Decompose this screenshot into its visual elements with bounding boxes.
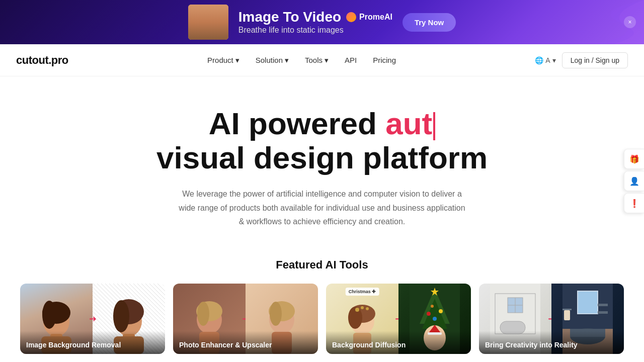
- ad-cta-button[interactable]: Try Now: [403, 13, 456, 32]
- chevron-down-icon: ▾: [552, 56, 556, 64]
- featured-section: Featured AI Tools ➜: [0, 248, 644, 362]
- alert-button[interactable]: ❗: [624, 193, 644, 213]
- side-buttons: 🎁 👤 ❗: [624, 149, 644, 213]
- ad-title-text: Image To Video: [238, 10, 341, 25]
- promeai-icon: [346, 12, 356, 22]
- tool-card-bg-removal[interactable]: ➜ Image Background Removal: [20, 284, 165, 354]
- ad-subtitle: Breathe life into static images: [238, 26, 392, 35]
- ad-brand: PromeAI: [346, 12, 392, 22]
- svg-point-12: [197, 302, 209, 326]
- svg-point-20: [348, 307, 362, 329]
- xmas-badge: Christmas ✚: [346, 288, 379, 296]
- nav-api[interactable]: API: [345, 56, 357, 64]
- user-button[interactable]: 👤: [624, 171, 644, 191]
- login-button[interactable]: Log in / Sign up: [562, 52, 628, 68]
- svg-point-16: [270, 302, 282, 326]
- svg-point-23: [366, 307, 369, 310]
- svg-point-22: [355, 308, 359, 312]
- gift-button[interactable]: 🎁: [624, 149, 644, 169]
- svg-point-24: [361, 306, 364, 309]
- hero-title: AI powered aut visual design platform: [10, 107, 634, 175]
- tool-card-diffusion[interactable]: Christmas ✚ ➜: [326, 284, 471, 354]
- tool-label-diffusion: Background Diffusion: [326, 331, 471, 354]
- ad-banner: Image To Video PromeAI Breathe life into…: [0, 0, 644, 44]
- ad-thumbnail: [188, 5, 228, 40]
- logo[interactable]: cutout.pro: [16, 54, 68, 67]
- tools-grid: ➜ Image Background Removal: [20, 284, 624, 354]
- nav-product[interactable]: Product ▾: [207, 56, 239, 65]
- svg-point-2: [42, 301, 56, 329]
- typing-cursor: [433, 112, 435, 140]
- svg-point-31: [433, 317, 437, 321]
- tool-card-enhancer[interactable]: ➜ Photo Enhancer & Upscaler: [173, 284, 318, 354]
- language-button[interactable]: 🌐 A ▾: [535, 56, 555, 64]
- svg-rect-52: [562, 309, 572, 310]
- tool-card-creativity[interactable]: ➜: [479, 284, 624, 354]
- hero-section: AI powered aut visual design platform We…: [0, 76, 644, 248]
- navbar: cutout.pro Product ▾ Solution ▾ Tools ▾ …: [0, 44, 644, 76]
- chevron-down-icon: ▾: [325, 56, 329, 65]
- translate-icon: 🌐: [535, 56, 543, 64]
- tool-label-enhancer: Photo Enhancer & Upscaler: [173, 331, 318, 354]
- svg-rect-50: [598, 304, 608, 306]
- chevron-down-icon: ▾: [235, 56, 239, 65]
- featured-title: Featured AI Tools: [20, 258, 624, 272]
- nav-pricing[interactable]: Pricing: [373, 56, 396, 64]
- nav-right: 🌐 A ▾ Log in / Sign up: [535, 52, 628, 68]
- ad-close-button[interactable]: ×: [624, 16, 636, 28]
- svg-point-7: [113, 300, 129, 332]
- nav-links: Product ▾ Solution ▾ Tools ▾ API Pricing: [207, 56, 396, 65]
- svg-rect-51: [598, 311, 608, 314]
- nav-tools[interactable]: Tools ▾: [305, 56, 329, 65]
- ad-text-block: Image To Video PromeAI Breathe life into…: [238, 10, 392, 35]
- nav-solution[interactable]: Solution ▾: [256, 56, 289, 65]
- chevron-down-icon: ▾: [285, 56, 289, 65]
- svg-point-32: [431, 305, 434, 308]
- svg-rect-46: [578, 291, 598, 314]
- hero-description: We leverage the power of artificial inte…: [176, 187, 468, 228]
- svg-point-29: [427, 312, 431, 316]
- svg-point-30: [439, 309, 443, 313]
- tool-label-bg-removal: Image Background Removal: [20, 331, 165, 354]
- tool-label-creativity: Bring Creativity into Reality: [479, 331, 624, 354]
- svg-rect-53: [564, 310, 570, 320]
